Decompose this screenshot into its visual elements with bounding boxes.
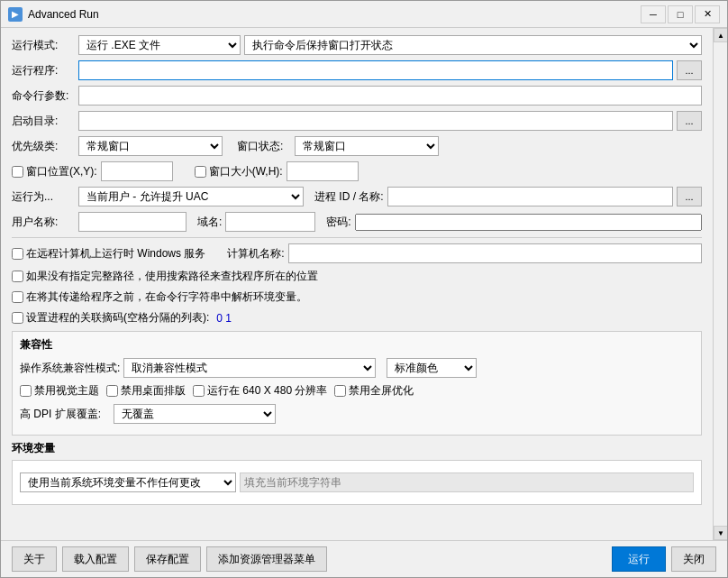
run-as-row: 运行为... 当前用户 - 允许提升 UAC 进程 ID / 名称: ... <box>12 187 702 206</box>
remote-service-label: 在远程计算机上运行时 Windows 服务 <box>26 246 205 261</box>
scroll-down-button[interactable]: ▼ <box>714 526 727 540</box>
search-path-checkbox[interactable] <box>12 271 23 282</box>
scroll-track <box>714 42 727 526</box>
domain-label: 域名: <box>197 215 222 230</box>
window-size-input[interactable]: 640,400 <box>287 161 359 181</box>
save-config-button[interactable]: 保存配置 <box>134 546 201 572</box>
run-program-browse-button[interactable]: ... <box>677 60 702 80</box>
search-path-check-label[interactable]: 如果没有指定完整路径，使用搜索路径来查找程序所在的位置 <box>12 269 318 284</box>
disable-theme-checkbox[interactable] <box>20 385 32 397</box>
run-program-label: 运行程序: <box>12 63 75 78</box>
run-as-select[interactable]: 当前用户 - 允许提升 UAC <box>78 187 304 206</box>
compat-title: 兼容性 <box>20 337 694 353</box>
compat-section: 兼容性 操作系统兼容性模式: 取消兼容性模式 标准颜色 禁用视觉主题 <box>12 331 702 436</box>
priority-label: 优先级类: <box>12 139 75 154</box>
expand-env-checkbox[interactable] <box>12 291 23 303</box>
dpi-select[interactable]: 无覆盖 <box>114 404 276 424</box>
compat-color-select[interactable]: 标准颜色 <box>387 358 477 378</box>
process-id-browse-button[interactable]: ... <box>677 187 702 206</box>
machine-name-label: 计算机名称: <box>227 246 284 261</box>
run-mode-row: 运行模式: 运行 .EXE 文件 执行命令后保持窗口打开状态 <box>12 35 702 55</box>
dpi-row: 高 DPI 扩展覆盖: 无覆盖 <box>20 404 694 424</box>
env-section-container: 环境变量 使用当前系统环境变量不作任何更改 <box>12 441 702 505</box>
run-640-checkbox[interactable] <box>193 385 205 397</box>
remote-service-row: 在远程计算机上运行时 Windows 服务 计算机名称: <box>12 243 702 263</box>
run-mode-right-select[interactable]: 执行命令后保持窗口打开状态 <box>244 35 702 55</box>
env-title: 环境变量 <box>12 441 702 456</box>
compat-checks-row: 禁用视觉主题 禁用桌面排版 运行在 640 X 480 分辨率 禁用全屏优化 <box>20 383 694 399</box>
cmd-args-row: 命令行参数: <box>12 86 702 106</box>
machine-name-input[interactable] <box>288 243 702 263</box>
search-path-row: 如果没有指定完整路径，使用搜索路径来查找程序所在的位置 <box>12 269 702 284</box>
compat-os-row: 操作系统兼容性模式: 取消兼容性模式 标准颜色 <box>20 358 694 378</box>
cmd-args-label: 命令行参数: <box>12 88 75 104</box>
main-content: 运行模式: 运行 .EXE 文件 执行命令后保持窗口打开状态 运行程序: ...… <box>1 28 713 540</box>
expand-env-label: 在将其传递给程序之前，在命令行字符串中解析环境变量。 <box>26 289 307 305</box>
footer: 关于 载入配置 保存配置 添加资源管理器菜单 运行 关闭 <box>1 540 727 577</box>
titlebar: ▶ Advanced Run ─ □ ✕ <box>1 1 727 28</box>
load-config-button[interactable]: 载入配置 <box>62 546 129 572</box>
expand-env-check-label[interactable]: 在将其传递给程序之前，在命令行字符串中解析环境变量。 <box>12 289 307 305</box>
window-pos-check-label[interactable]: 窗口位置(X,Y): <box>12 164 97 179</box>
disable-desktop-checkbox[interactable] <box>106 385 118 397</box>
run-640-label[interactable]: 运行在 640 X 480 分辨率 <box>193 383 327 399</box>
main-scroll-area: 运行模式: 运行 .EXE 文件 执行命令后保持窗口打开状态 运行程序: ...… <box>1 28 727 540</box>
window-pos-checkbox[interactable] <box>12 166 23 178</box>
add-menu-button[interactable]: 添加资源管理器菜单 <box>206 546 327 572</box>
username-input[interactable] <box>78 212 187 232</box>
env-select[interactable]: 使用当前系统环境变量不作任何更改 <box>20 472 236 492</box>
app-icon: ▶ <box>8 7 23 22</box>
run-mode-select[interactable]: 运行 .EXE 文件 <box>78 35 241 55</box>
disable-theme-label[interactable]: 禁用视觉主题 <box>20 383 99 399</box>
about-button[interactable]: 关于 <box>12 546 57 572</box>
disable-desktop-label[interactable]: 禁用桌面排版 <box>106 383 186 399</box>
password-input[interactable] <box>355 214 702 231</box>
search-path-label: 如果没有指定完整路径，使用搜索路径来查找程序所在的位置 <box>26 269 318 284</box>
password-label: 密码: <box>326 215 350 230</box>
remote-service-checkbox[interactable] <box>12 248 23 260</box>
hash-check-label[interactable]: 设置进程的关联摘码(空格分隔的列表): <box>12 310 209 326</box>
minimize-button[interactable]: ─ <box>641 5 666 23</box>
run-button[interactable]: 运行 <box>612 546 666 572</box>
maximize-button[interactable]: □ <box>668 5 693 23</box>
main-window: ▶ Advanced Run ─ □ ✕ 运行模式: 运行 .EXE 文件 执行… <box>0 0 728 578</box>
scrollbar: ▲ ▼ <box>713 28 727 540</box>
window-size-label: 窗口大小(W,H): <box>209 164 283 179</box>
close-window-button[interactable]: ✕ <box>695 5 720 23</box>
hash-value: 0 1 <box>216 312 232 325</box>
hash-checkbox[interactable] <box>12 312 23 324</box>
env-section: 使用当前系统环境变量不作任何更改 <box>12 460 702 505</box>
env-fill-input[interactable] <box>240 472 694 492</box>
close-button[interactable]: 关闭 <box>671 546 716 572</box>
dpi-label: 高 DPI 扩展覆盖: <box>20 407 110 422</box>
disable-fullscreen-label[interactable]: 禁用全屏优化 <box>334 383 414 399</box>
priority-select[interactable]: 常规窗口 <box>78 136 223 156</box>
compat-os-select[interactable]: 取消兼容性模式 <box>123 358 376 378</box>
expand-env-row: 在将其传递给程序之前，在命令行字符串中解析环境变量。 <box>12 289 702 305</box>
window-size-check-label[interactable]: 窗口大小(W,H): <box>195 164 283 179</box>
cmd-args-input[interactable] <box>78 86 702 106</box>
domain-input[interactable] <box>225 212 315 232</box>
scroll-up-button[interactable]: ▲ <box>714 28 727 42</box>
window-pos-label: 窗口位置(X,Y): <box>26 164 97 179</box>
compat-os-label: 操作系统兼容性模式: <box>20 361 120 376</box>
window-size-checkbox[interactable] <box>195 166 206 178</box>
titlebar-left: ▶ Advanced Run <box>8 7 99 22</box>
hash-row: 设置进程的关联摘码(空格分隔的列表): 0 1 <box>12 310 702 326</box>
window-state-label: 窗口状态: <box>237 139 291 154</box>
window-pos-input[interactable]: 20,20 <box>101 161 173 181</box>
window-state-select[interactable]: 常规窗口 <box>295 136 439 156</box>
start-dir-browse-button[interactable]: ... <box>677 111 702 131</box>
process-id-input[interactable] <box>387 187 673 206</box>
hash-label: 设置进程的关联摘码(空格分隔的列表): <box>26 310 209 326</box>
disable-fullscreen-checkbox[interactable] <box>334 385 346 397</box>
run-as-label: 运行为... <box>12 189 75 205</box>
start-dir-label: 启动目录: <box>12 114 75 129</box>
remote-service-check-label[interactable]: 在远程计算机上运行时 Windows 服务 <box>12 246 205 261</box>
start-dir-row: 启动目录: ... <box>12 111 702 131</box>
run-program-row: 运行程序: ... <box>12 60 702 80</box>
window-title: Advanced Run <box>28 8 99 21</box>
run-program-input[interactable] <box>78 60 673 80</box>
titlebar-controls: ─ □ ✕ <box>641 5 720 23</box>
start-dir-input[interactable] <box>78 111 673 131</box>
